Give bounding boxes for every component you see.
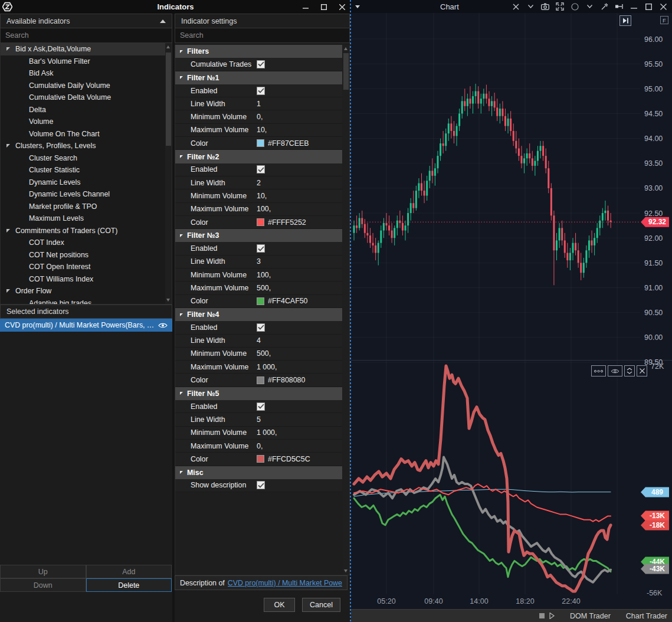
tree-group[interactable]: Clusters, Profiles, Levels: [1, 140, 172, 152]
pane-visibility-icon[interactable]: [608, 365, 622, 377]
minimize-icon[interactable]: [629, 2, 638, 11]
setting-value[interactable]: 3: [257, 257, 342, 266]
tree-group[interactable]: Order Flow: [1, 285, 172, 297]
expander-icon[interactable]: [180, 155, 183, 158]
up-button[interactable]: Up: [0, 565, 86, 578]
setting-value[interactable]: #FF4CAF50: [257, 297, 342, 305]
expander-icon[interactable]: [180, 392, 183, 395]
scroll-thumb[interactable]: [166, 53, 171, 146]
tree-item[interactable]: COT Index: [1, 237, 172, 249]
tree-item[interactable]: Bar's Volume Filter: [1, 55, 172, 68]
setting-value[interactable]: #FF808080: [257, 376, 342, 384]
setting-value[interactable]: [257, 402, 342, 411]
setting-value[interactable]: 0,: [257, 113, 342, 121]
tree-item[interactable]: Bid Ask: [1, 67, 172, 80]
color-swatch[interactable]: [257, 455, 264, 463]
down-button[interactable]: Down: [0, 578, 86, 592]
settings-section-header[interactable]: Filter №3: [175, 229, 342, 242]
chart-canvas[interactable]: 96.0095.5095.0094.5094.0093.5093.0092.50…: [351, 13, 672, 609]
setting-text-value[interactable]: 1 000,: [257, 428, 277, 437]
setting-text-value[interactable]: 5: [257, 415, 261, 424]
chart-body[interactable]: 96.0095.5095.0094.5094.0093.5093.0092.50…: [351, 13, 672, 609]
window-splitter[interactable]: [350, 0, 351, 622]
setting-value[interactable]: [257, 165, 342, 173]
tree-item[interactable]: Dynamic Levels: [1, 176, 172, 189]
scroll-up-icon[interactable]: [344, 47, 348, 50]
expander-icon[interactable]: [180, 50, 183, 53]
selected-indicator-row[interactable]: CVD pro(multi) / Multi Market Powers(Bar…: [0, 319, 172, 332]
close-icon[interactable]: [658, 2, 668, 11]
minimize-icon[interactable]: [296, 0, 314, 14]
tree-item[interactable]: Cluster Statistic: [1, 164, 172, 176]
setting-value[interactable]: 500,: [257, 284, 342, 292]
setting-value[interactable]: 10,: [257, 126, 342, 134]
fullscreen-icon[interactable]: [555, 2, 565, 11]
expander-icon[interactable]: [180, 234, 183, 237]
fixed-scale-icon[interactable]: F: [660, 16, 668, 24]
tree-item[interactable]: Dynamic Levels Channel: [1, 188, 172, 201]
tree-group[interactable]: Bid x Ask,Delta,Volume: [1, 43, 172, 55]
go-to-end-icon[interactable]: [619, 15, 631, 26]
expander-icon[interactable]: [6, 289, 10, 293]
tools-icon[interactable]: [599, 2, 609, 11]
checkbox[interactable]: [257, 323, 265, 332]
setting-value[interactable]: [257, 244, 342, 253]
setting-text-value[interactable]: 1: [257, 100, 261, 108]
setting-text-value[interactable]: 500,: [257, 284, 271, 292]
setting-value[interactable]: 2: [257, 179, 342, 187]
tree-item[interactable]: Volume On The Chart: [1, 128, 172, 140]
tree-item[interactable]: Adaptive big trades: [1, 297, 172, 305]
tree-item[interactable]: Cumulative Delta Volume: [1, 91, 172, 104]
available-search-input[interactable]: Search: [0, 28, 172, 43]
expander-icon[interactable]: [180, 471, 183, 474]
expander-icon[interactable]: [180, 313, 183, 316]
eye-icon[interactable]: [158, 322, 168, 329]
expander-icon[interactable]: [6, 229, 10, 233]
setting-value[interactable]: [257, 60, 342, 68]
settings-section-header[interactable]: Misc: [175, 466, 342, 479]
setting-text-value[interactable]: 0,: [257, 442, 263, 450]
setting-value[interactable]: 10,: [257, 192, 342, 200]
tree-item[interactable]: COT Net positions: [1, 249, 172, 261]
settings-section-header[interactable]: Filter №4: [175, 308, 342, 321]
tree-item[interactable]: COT Williams Index: [1, 273, 172, 286]
checkbox[interactable]: [257, 481, 265, 489]
setting-value[interactable]: #FFFF5252: [257, 218, 342, 227]
ok-button[interactable]: OK: [264, 598, 295, 612]
tree-item[interactable]: Maximum Levels: [1, 212, 172, 225]
close-icon[interactable]: [333, 0, 351, 14]
tree-item[interactable]: Delta: [1, 104, 172, 116]
settings-scrollbar[interactable]: [343, 45, 349, 575]
expander-icon[interactable]: [180, 76, 183, 79]
setting-value[interactable]: [257, 481, 342, 489]
setting-text-value[interactable]: 3: [257, 257, 261, 266]
cancel-button[interactable]: Cancel: [302, 598, 340, 612]
tree-item[interactable]: Cluster Search: [1, 152, 172, 165]
chart-trader-tab[interactable]: Chart Trader: [626, 612, 667, 620]
setting-text-value[interactable]: 100,: [257, 205, 271, 213]
setting-text-value[interactable]: 100,: [257, 271, 271, 279]
description-link[interactable]: CVD pro(multi) / Multi Market Powers: [228, 579, 342, 587]
pane-settings-icon[interactable]: [591, 365, 606, 377]
scroll-up-icon[interactable]: [166, 45, 170, 48]
checkbox[interactable]: [257, 165, 265, 173]
chevron-down-icon[interactable]: [585, 2, 594, 11]
settings-section-header[interactable]: Filters: [175, 45, 342, 58]
setting-text-value[interactable]: 0,: [257, 113, 263, 121]
color-swatch[interactable]: [257, 377, 264, 384]
remove-drawings-icon[interactable]: [511, 2, 520, 11]
settings-section-header[interactable]: Filter №2: [175, 150, 342, 163]
dom-trader-tab[interactable]: DOM Trader: [570, 612, 611, 620]
expander-icon[interactable]: [6, 47, 10, 51]
pane-close-icon[interactable]: [637, 365, 647, 377]
setting-value[interactable]: [257, 87, 342, 95]
play-icon[interactable]: [549, 613, 555, 619]
settings-section-header[interactable]: Filter №5: [175, 387, 342, 400]
chevron-down-icon[interactable]: [526, 2, 535, 11]
setting-text-value[interactable]: 10,: [257, 192, 267, 200]
setting-text-value[interactable]: 1 000,: [257, 363, 277, 371]
setting-value[interactable]: 5: [257, 415, 342, 424]
delete-button[interactable]: Delete: [86, 578, 172, 592]
checkbox[interactable]: [257, 244, 265, 253]
tree-item[interactable]: Cumulative Daily Volume: [1, 80, 172, 92]
